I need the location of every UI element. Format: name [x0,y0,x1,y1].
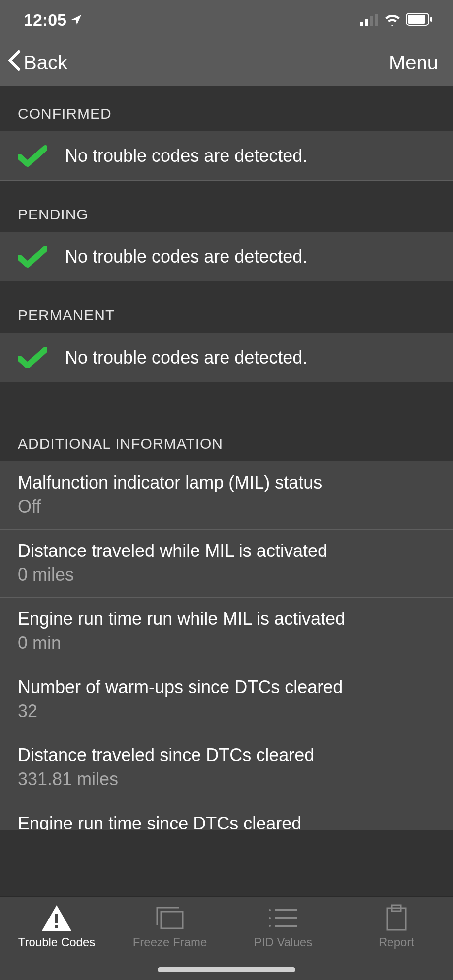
info-label: Engine run time since DTCs cleared [18,812,435,830]
info-label: Engine run time run while MIL is activat… [18,608,435,631]
tab-label: Trouble Codes [18,935,96,949]
info-value: 331.81 miles [18,768,435,791]
frames-icon [155,904,185,932]
status-row-pending: No trouble codes are detected. [0,232,453,281]
svg-rect-0 [360,22,363,26]
status-bar: 12:05 [0,0,453,39]
section-header-additional: ADDITIONAL INFORMATION [0,382,453,461]
status-text-permanent: No trouble codes are detected. [65,347,307,368]
tab-freeze-frame[interactable]: Freeze Frame [113,904,226,949]
info-row: Number of warm-ups since DTCs cleared 32 [0,666,453,735]
location-arrow-icon [70,10,82,30]
clipboard-icon [385,904,408,932]
home-indicator[interactable] [158,967,295,972]
status-row-confirmed: No trouble codes are detected. [0,131,453,181]
battery-icon [406,10,433,30]
wifi-icon [384,10,401,30]
info-label: Number of warm-ups since DTCs cleared [18,676,435,699]
tab-label: PID Values [254,935,312,949]
status-indicators [360,10,433,30]
svg-rect-2 [370,16,373,26]
info-row: Engine run time since DTCs cleared [0,802,453,830]
content: CONFIRMED No trouble codes are detected.… [0,86,453,896]
info-value: 0 min [18,632,435,655]
info-label: Distance traveled while MIL is activated [18,540,435,563]
nav-bar: Back Menu [0,39,453,86]
svg-point-14 [269,925,271,927]
info-value: 0 miles [18,563,435,586]
svg-rect-1 [365,19,368,26]
svg-rect-6 [430,17,432,22]
warning-triangle-icon [41,904,72,932]
status-row-permanent: No trouble codes are detected. [0,333,453,382]
info-value: Off [18,495,435,519]
tab-label: Report [379,935,414,949]
section-header-permanent: PERMANENT [0,281,453,333]
svg-point-10 [269,909,271,911]
info-row: Distance traveled while MIL is activated… [0,530,453,598]
tab-pid-values[interactable]: PID Values [226,904,340,949]
status-text-pending: No trouble codes are detected. [65,246,307,267]
checkmark-icon [18,145,47,167]
svg-rect-8 [55,925,58,928]
tab-bar: Trouble Codes Freeze Frame PID Values [0,896,453,980]
status-time: 12:05 [24,10,66,30]
svg-rect-5 [408,15,425,24]
status-text-confirmed: No trouble codes are detected. [65,146,307,166]
info-label: Malfunction indicator lamp (MIL) status [18,471,435,494]
section-header-pending: PENDING [0,181,453,232]
status-time-group: 12:05 [24,10,82,30]
info-row: Malfunction indicator lamp (MIL) status … [0,461,453,530]
svg-rect-3 [375,14,378,26]
svg-point-12 [269,917,271,919]
back-button[interactable]: Back [7,50,67,76]
checkmark-icon [18,246,47,268]
menu-button[interactable]: Menu [389,52,438,74]
tab-trouble-codes[interactable]: Trouble Codes [0,904,113,949]
tab-label: Freeze Frame [133,935,207,949]
list-icon [268,904,298,932]
checkmark-icon [18,347,47,368]
info-row: Engine run time run while MIL is activat… [0,598,453,666]
info-row: Distance traveled since DTCs cleared 331… [0,734,453,802]
svg-rect-7 [55,914,58,923]
section-header-confirmed: CONFIRMED [0,86,453,131]
info-value: 32 [18,700,435,723]
svg-rect-9 [161,912,183,928]
cellular-icon [360,10,379,30]
back-label: Back [24,52,67,74]
tab-report[interactable]: Report [340,904,453,949]
info-label: Distance traveled since DTCs cleared [18,744,435,767]
chevron-left-icon [7,50,22,76]
